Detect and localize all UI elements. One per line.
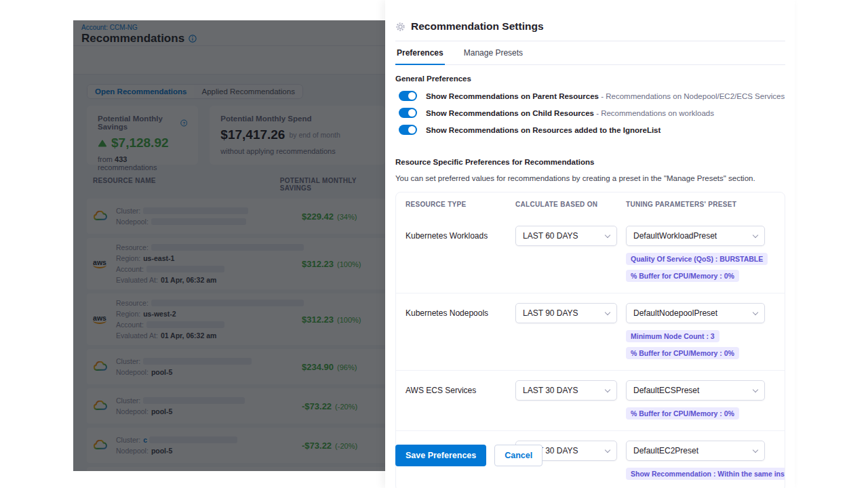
- chevron-down-icon: [753, 386, 758, 392]
- calculate-based-on-cell: LAST 30 DAYS: [515, 380, 626, 420]
- resource-preferences-description: You can set preferred values for recomme…: [395, 174, 795, 182]
- calculate-based-on-select[interactable]: LAST 30 DAYS: [515, 380, 617, 401]
- general-preferences-toggles: Show Recommendations on Parent Resources…: [395, 91, 795, 135]
- toggle-label-rest: - Recommendations on workloads: [594, 109, 714, 117]
- resource-preferences-heading: Resource Specific Preferences for Recomm…: [395, 158, 795, 166]
- toggle-label: Show Recommendations on Resources added …: [426, 126, 660, 134]
- resource-type-label: Kubernetes Nodepools: [406, 303, 515, 359]
- preference-row: AWS ECS ServicesLAST 30 DAYSDefaultECSPr…: [396, 370, 785, 430]
- preset-parameter-badge: % Buffer for CPU/Memory : 0%: [626, 347, 739, 359]
- calculate-based-on-select[interactable]: LAST 90 DAYS: [515, 303, 617, 323]
- chevron-down-icon: [605, 447, 610, 452]
- drawer-footer: Save Preferences Cancel: [395, 445, 542, 466]
- gear-icon: [395, 22, 406, 32]
- preference-row: Kubernetes WorkloadsLAST 60 DAYSDefaultW…: [396, 216, 785, 293]
- preset-parameter-badge: Quality Of Service (QoS) : BURSTABLE: [626, 253, 768, 265]
- preset-select[interactable]: DefaultNodepoolPreset: [626, 303, 765, 323]
- preset-select[interactable]: DefaultEC2Preset: [626, 441, 765, 461]
- general-preferences-heading: General Preferences: [395, 75, 795, 83]
- chevron-down-icon: [753, 232, 758, 237]
- resource-type-label: Kubernetes Workloads: [406, 226, 515, 282]
- toggle-label: Show Recommendations on Parent Resources…: [426, 92, 785, 100]
- preset-parameter-badge: Minimum Node Count : 3: [626, 330, 719, 342]
- select-value: LAST 30 DAYS: [523, 386, 578, 395]
- tuning-preset-cell: DefaultNodepoolPresetMinimum Node Count …: [626, 303, 775, 359]
- toggle-switch[interactable]: [399, 125, 417, 135]
- chevron-down-icon: [605, 232, 610, 237]
- preference-toggle-row: Show Recommendations on Resources added …: [395, 125, 795, 135]
- preferences-table-header: RESOURCE TYPE CALCULATE BASED ON TUNING …: [396, 201, 785, 216]
- select-value: LAST 90 DAYS: [523, 308, 578, 318]
- preset-parameter-badges: Minimum Node Count : 3% Buffer for CPU/M…: [626, 330, 775, 359]
- title-divider: [395, 41, 785, 41]
- toggle-label-rest: - Recommendations on Nodepool/EC2/ECS Se…: [599, 92, 785, 100]
- recommendations-page: Account: CCM-NG Recommendations Open Rec…: [73, 20, 385, 471]
- preference-toggle-row: Show Recommendations on Child Resources …: [395, 108, 795, 118]
- column-resource-type: RESOURCE TYPE: [406, 201, 515, 208]
- calculate-based-on-select[interactable]: LAST 60 DAYS: [515, 226, 617, 246]
- preset-parameter-badges: Show Recommendation : Within the same in…: [626, 468, 785, 480]
- preset-parameter-badges: % Buffer for CPU/Memory : 0%: [626, 407, 775, 420]
- cancel-button[interactable]: Cancel: [494, 445, 542, 466]
- tab-manage-presets[interactable]: Manage Presets: [462, 48, 524, 65]
- preset-select[interactable]: DefaultWorkloadPreset: [626, 226, 765, 246]
- preference-row: Kubernetes NodepoolsLAST 90 DAYSDefaultN…: [396, 293, 785, 370]
- chevron-down-icon: [605, 386, 610, 392]
- select-value: DefaultWorkloadPreset: [633, 231, 717, 241]
- calculate-based-on-cell: LAST 60 DAYS: [515, 226, 626, 282]
- select-value: DefaultNodepoolPreset: [633, 308, 717, 318]
- preset-select[interactable]: DefaultECSPreset: [626, 380, 765, 401]
- screen: Account: CCM-NG Recommendations Open Rec…: [0, 0, 868, 488]
- toggle-switch[interactable]: [399, 108, 417, 118]
- tab-preferences[interactable]: Preferences: [395, 48, 445, 65]
- tuning-preset-cell: DefaultWorkloadPresetQuality Of Service …: [626, 226, 775, 282]
- toggle-switch[interactable]: [399, 91, 417, 101]
- tuning-preset-cell: DefaultEC2PresetShow Recommendation : Wi…: [626, 441, 785, 480]
- select-value: DefaultEC2Preset: [633, 446, 698, 455]
- drawer-title: Recommendation Settings: [411, 20, 544, 33]
- preset-parameter-badge: % Buffer for CPU/Memory : 0%: [626, 270, 739, 282]
- toggle-label-bold: Show Recommendations on Resources added …: [426, 126, 660, 134]
- preset-parameter-badge: % Buffer for CPU/Memory : 0%: [626, 407, 739, 420]
- column-calculate-based-on: CALCULATE BASED ON: [515, 201, 626, 208]
- recommendation-settings-drawer: Recommendation Settings Preferences Mana…: [385, 0, 795, 488]
- select-value: LAST 60 DAYS: [523, 231, 578, 241]
- resource-type-label: AWS ECS Services: [406, 380, 515, 420]
- chevron-down-icon: [605, 309, 610, 314]
- chevron-down-icon: [753, 309, 758, 314]
- preference-toggle-row: Show Recommendations on Parent Resources…: [395, 91, 795, 101]
- column-tuning-parameters-preset: TUNING PARAMETERS' PRESET: [626, 201, 775, 208]
- toggle-label-bold: Show Recommendations on Parent Resources: [426, 92, 599, 100]
- calculate-based-on-cell: LAST 90 DAYS: [515, 303, 626, 359]
- save-preferences-button[interactable]: Save Preferences: [395, 445, 486, 466]
- chevron-down-icon: [753, 447, 758, 452]
- tuning-preset-cell: DefaultECSPreset% Buffer for CPU/Memory …: [626, 380, 775, 420]
- select-value: DefaultECSPreset: [633, 386, 699, 395]
- resource-preferences-table: RESOURCE TYPE CALCULATE BASED ON TUNING …: [395, 192, 785, 488]
- preset-parameter-badges: Quality Of Service (QoS) : BURSTABLE% Bu…: [626, 253, 775, 282]
- toggle-label-bold: Show Recommendations on Child Resources: [426, 109, 594, 117]
- preset-parameter-badge: Show Recommendation : Within the same in…: [626, 468, 785, 480]
- settings-tab-bar: Preferences Manage Presets: [395, 48, 785, 65]
- modal-overlay[interactable]: [73, 20, 385, 471]
- toggle-label: Show Recommendations on Child Resources …: [426, 109, 714, 117]
